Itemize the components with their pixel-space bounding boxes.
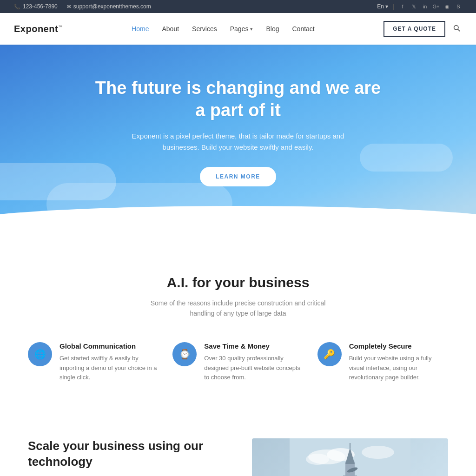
nav-item-about[interactable]: About [162, 25, 179, 33]
phone-number: 123-456-7890 [23, 3, 58, 10]
nav-links: Home About Services Pages ▾ Blog Contact [132, 25, 315, 33]
svg-point-6 [362, 446, 394, 459]
phone-info: 📞 123-456-7890 [14, 3, 58, 10]
email-icon: ✉ [67, 4, 71, 10]
get-quote-button[interactable]: GET A QUOTE [383, 21, 445, 37]
nav-item-blog[interactable]: Blog [266, 25, 279, 33]
nav-item-pages[interactable]: Pages ▾ [230, 25, 253, 33]
twitter-icon[interactable]: 𝕏 [410, 3, 417, 10]
facebook-icon[interactable]: f [399, 3, 406, 10]
feature-icon-secure: 🔑 [317, 342, 342, 366]
feature-title-0: Global Communication [60, 342, 159, 350]
email-address: support@exponentthemes.com [73, 3, 151, 10]
main-nav: Exponent™ Home About Services Pages ▾ Bl… [0, 13, 476, 45]
dropdown-arrow: ▾ [250, 26, 253, 32]
feature-desc-1: Over 30 quality professionally designed … [204, 354, 303, 383]
site-logo[interactable]: Exponent™ [14, 24, 63, 34]
feature-title-2: Completely Secure [349, 342, 448, 350]
lang-label: En [377, 3, 384, 10]
nav-right: GET A QUOTE [383, 21, 462, 37]
googleplus-icon[interactable]: G+ [432, 3, 440, 10]
top-bar: 📞 123-456-7890 ✉ support@exponentthemes.… [0, 0, 476, 13]
hero-section: The future is changing and we are a part… [0, 45, 476, 242]
feature-item-1: ⌚ Save Time & Money Over 30 quality prof… [172, 342, 303, 383]
nav-item-home[interactable]: Home [132, 25, 149, 33]
language-selector[interactable]: En ▾ [377, 3, 388, 10]
tower-illustration [290, 438, 410, 476]
features-title: A.I. for your business [28, 275, 448, 291]
nav-item-services[interactable]: Services [192, 25, 217, 33]
top-bar-contact: 📞 123-456-7890 ✉ support@exponentthemes.… [14, 3, 151, 10]
feature-title-1: Save Time & Money [204, 342, 303, 350]
feature-desc-2: Build your website using a fully visual … [349, 354, 448, 383]
search-button[interactable] [451, 22, 462, 35]
features-section: A.I. for your business Some of the reaso… [0, 242, 476, 410]
instagram-icon[interactable]: ◉ [443, 3, 451, 10]
linkedin-icon[interactable]: in [421, 3, 429, 10]
bottom-left-content: Scale your business using our technology… [28, 438, 224, 476]
features-grid: 🌐 Global Communication Get started swift… [28, 342, 448, 383]
feature-text-0: Global Communication Get started swiftly… [60, 342, 159, 383]
svg-point-5 [306, 454, 329, 465]
feature-text-2: Completely Secure Build your website usi… [349, 342, 448, 383]
feature-desc-0: Get started swiftly & easily by importin… [60, 354, 159, 383]
learn-more-button[interactable]: LEARN MORE [200, 167, 276, 186]
social-icons: f 𝕏 in G+ ◉ S [399, 3, 462, 10]
bottom-title: Scale your business using our technology [28, 438, 224, 470]
divider: | [393, 3, 394, 10]
cloud-3 [46, 183, 232, 225]
lang-arrow: ▾ [385, 3, 388, 10]
phone-icon: 📞 [14, 4, 20, 10]
top-bar-right: En ▾ | f 𝕏 in G+ ◉ S [377, 3, 462, 10]
hero-subtitle: Exponent is a pixel perfect theme, that … [126, 131, 350, 153]
hero-content: The future is changing and we are a part… [94, 77, 382, 186]
bottom-right-image [252, 438, 448, 476]
svg-line-1 [458, 29, 460, 31]
feature-icon-global: 🌐 [28, 342, 52, 366]
nav-item-contact[interactable]: Contact [292, 25, 314, 33]
bottom-section: Scale your business using our technology… [0, 410, 476, 476]
hero-title: The future is changing and we are a part… [94, 77, 382, 121]
feature-text-1: Save Time & Money Over 30 quality profes… [204, 342, 303, 383]
email-info: ✉ support@exponentthemes.com [67, 3, 151, 10]
feature-icon-time: ⌚ [172, 342, 197, 366]
features-subtitle: Some of the reasons include precise cons… [145, 298, 331, 319]
feature-item-0: 🌐 Global Communication Get started swift… [28, 342, 159, 383]
skype-icon[interactable]: S [455, 3, 462, 10]
search-icon [453, 24, 460, 32]
feature-item-2: 🔑 Completely Secure Build your website u… [317, 342, 448, 383]
